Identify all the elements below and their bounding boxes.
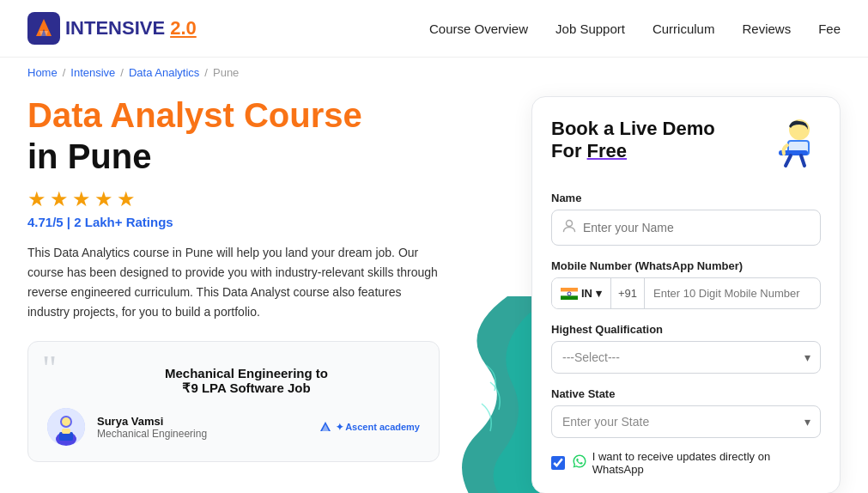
logo-text-version: 2.0 [170, 17, 197, 40]
form-illustration-svg [765, 118, 821, 178]
svg-rect-18 [561, 295, 578, 300]
user-svg [562, 219, 576, 233]
star-1: ★ [27, 187, 46, 211]
breadcrumb: Home / Intensive / Data Analytics / Pune [0, 58, 868, 88]
state-select[interactable]: Enter your State Andhra Pradesh Delhi Gu… [551, 405, 821, 438]
person-name: Surya Vamsi [97, 415, 207, 428]
testimonial-box: " Mechanical Engineering to₹9 LPA Softwa… [27, 341, 440, 462]
whatsapp-checkbox-label: I want to receive updates directly on Wh… [592, 450, 821, 476]
main-content: Data Analyst Course in Pune ★ ★ ★ ★ ★ 4.… [0, 96, 868, 493]
whatsapp-checkbox[interactable] [551, 456, 565, 470]
company-logo: ✦ Ascent academy [319, 420, 420, 434]
quote-text: Mechanical Engineering to₹9 LPA Software… [73, 366, 420, 396]
mobile-label: Mobile Number (WhatsApp Number) [551, 259, 821, 272]
avatar-image [47, 408, 85, 446]
form-title-line2: For [551, 140, 587, 161]
user-icon [562, 219, 576, 236]
person-role: Mechanical Engineering [97, 428, 207, 440]
svg-rect-16 [561, 288, 578, 292]
form-title: Book a Live Demo For Free [551, 118, 715, 163]
star-3: ★ [72, 187, 91, 211]
whatsapp-svg [572, 453, 587, 469]
svg-point-6 [62, 417, 70, 426]
whatsapp-label: I want to receive updates directly on Wh… [572, 450, 821, 476]
main-nav: Course Overview Job Support Curriculum R… [429, 21, 841, 36]
main-wrapper: Data Analyst Course in Pune ★ ★ ★ ★ ★ 4.… [0, 96, 868, 493]
breadcrumb-sep-1: / [63, 66, 66, 79]
country-code-label: IN [581, 287, 592, 300]
breadcrumb-intensive[interactable]: Intensive [70, 66, 115, 79]
nav-fee[interactable]: Fee [818, 21, 841, 36]
rating-text: 4.71/5 | 2 Lakh+ Ratings [27, 215, 504, 229]
booking-form: Book a Live Demo For Free [531, 96, 841, 493]
name-label: Name [551, 192, 821, 204]
logo-icon [27, 12, 60, 45]
phone-prefix: +91 [611, 278, 645, 308]
breadcrumb-home[interactable]: Home [27, 66, 58, 79]
course-title-line1: Data Analyst Course [27, 96, 504, 134]
india-flag [561, 288, 578, 300]
nav-course-overview[interactable]: Course Overview [429, 21, 528, 36]
nav-job-support[interactable]: Job Support [555, 21, 625, 36]
whatsapp-checkbox-row[interactable]: I want to receive updates directly on Wh… [551, 450, 821, 476]
mobile-group: Mobile Number (WhatsApp Number) IN ▾ [551, 259, 821, 309]
company-icon [319, 420, 332, 434]
dropdown-arrow: ▾ [596, 287, 602, 300]
breadcrumb-current: Pune [213, 66, 239, 79]
company-logo-text: ✦ Ascent academy [319, 420, 420, 434]
name-input-wrapper[interactable] [551, 210, 821, 246]
name-input[interactable] [583, 221, 810, 234]
star-4: ★ [94, 187, 113, 211]
breadcrumb-sep-3: / [204, 66, 208, 79]
course-title-line2: in Pune [27, 137, 504, 175]
nav-reviews[interactable]: Reviews [742, 21, 791, 36]
whatsapp-icon [572, 453, 587, 472]
breadcrumb-data-analytics[interactable]: Data Analytics [129, 66, 199, 79]
stars-row: ★ ★ ★ ★ ★ [27, 187, 504, 211]
avatar [47, 408, 85, 446]
mobile-input[interactable] [645, 278, 820, 308]
form-title-free: Free [587, 140, 627, 161]
qualification-select[interactable]: ---Select--- High School Diploma Bachelo… [551, 341, 821, 374]
course-description: This Data Analytics course in Pune will … [27, 243, 440, 322]
quote-mark: " [42, 350, 57, 386]
star-2: ★ [50, 187, 69, 211]
state-label: Native State [551, 387, 821, 400]
form-title-line1: Book a Live Demo [551, 118, 715, 139]
svg-rect-8 [62, 429, 70, 434]
qualification-select-wrapper: ---Select--- High School Diploma Bachelo… [551, 341, 821, 374]
logo[interactable]: INTENSIVE 2.0 [27, 12, 197, 45]
logo-text-intensive: INTENSIVE [65, 17, 165, 40]
state-group: Native State Enter your State Andhra Pra… [551, 387, 821, 438]
country-selector[interactable]: IN ▾ [552, 278, 611, 308]
form-illustration [765, 118, 821, 178]
person-info: Surya Vamsi Mechanical Engineering [97, 415, 207, 440]
header: INTENSIVE 2.0 Course Overview Job Suppor… [0, 0, 868, 58]
qualification-group: Highest Qualification ---Select--- High … [551, 323, 821, 374]
nav-curriculum[interactable]: Curriculum [653, 21, 715, 36]
state-select-wrapper: Enter your State Andhra Pradesh Delhi Gu… [551, 405, 821, 438]
left-content: Data Analyst Course in Pune ★ ★ ★ ★ ★ 4.… [27, 96, 504, 493]
testimonial-person: Surya Vamsi Mechanical Engineering ✦ Asc… [47, 408, 420, 446]
svg-point-15 [567, 221, 573, 227]
star-5: ★ [117, 187, 136, 211]
phone-row[interactable]: IN ▾ +91 [551, 277, 821, 309]
company-name: ✦ Ascent academy [336, 422, 420, 433]
form-header: Book a Live Demo For Free [551, 118, 821, 178]
name-group: Name [551, 192, 821, 246]
form-title-block: Book a Live Demo For Free [551, 118, 715, 163]
breadcrumb-sep-2: / [120, 66, 124, 79]
qualification-label: Highest Qualification [551, 323, 821, 336]
